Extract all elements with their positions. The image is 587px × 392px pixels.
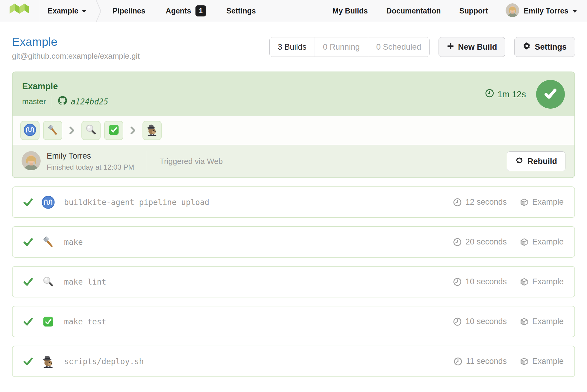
job-row-pipeline-upload[interactable]: buildkite-agent pipeline upload 12 secon…: [12, 186, 575, 218]
magnifying-glass-icon: [85, 124, 97, 137]
buildkite-logo[interactable]: [0, 0, 39, 22]
org-switcher[interactable]: Example: [39, 0, 95, 22]
step-make[interactable]: [43, 121, 62, 140]
job-meta: 12 seconds Example: [453, 197, 564, 207]
clock-icon: [454, 357, 462, 366]
job-passed-check-icon: [23, 197, 33, 207]
pipeline-header: Example git@github.com:example/example.g…: [12, 35, 575, 61]
squirrel-icon: [146, 124, 158, 137]
job-passed-check-icon: [23, 317, 33, 326]
job-passed-check-icon: [23, 277, 33, 287]
nav-support[interactable]: Support: [450, 7, 497, 15]
magnifying-glass-icon: [41, 276, 55, 288]
new-build-label: New Build: [458, 42, 497, 52]
check-box-icon: [108, 124, 119, 137]
step-make-test[interactable]: [104, 121, 123, 140]
user-menu[interactable]: Emily Torres: [506, 3, 577, 19]
step-separator-chevron-icon: [69, 127, 74, 134]
job-agent[interactable]: Example: [520, 317, 564, 326]
job-row-deploy[interactable]: scripts/deploy.sh 11 seconds Example: [12, 346, 575, 377]
clock-icon: [453, 317, 462, 326]
commit-link[interactable]: a124bd25: [58, 96, 108, 107]
tab-scheduled[interactable]: 0 Scheduled: [368, 37, 429, 57]
page-title[interactable]: Example: [12, 35, 140, 48]
nav-pipelines[interactable]: Pipelines: [102, 0, 156, 22]
tab-builds[interactable]: 3 Builds: [270, 37, 315, 57]
job-duration-text: 12 seconds: [465, 197, 507, 207]
buildkite-agent-icon: [24, 124, 36, 137]
check-box-icon: [41, 316, 55, 327]
new-build-button[interactable]: New Build: [439, 37, 506, 57]
nav-my-builds[interactable]: My Builds: [323, 7, 377, 15]
build-duration: 1m 12s: [485, 89, 526, 100]
job-agent[interactable]: Example: [520, 197, 564, 207]
nav-agents[interactable]: Agents 1: [156, 0, 216, 22]
build-meta: master a124bd25: [22, 96, 108, 107]
branch-name: master: [22, 97, 46, 106]
build-name: Example: [22, 81, 108, 91]
job-duration-text: 10 seconds: [465, 277, 507, 286]
breadcrumb-separator: [95, 0, 102, 22]
buildkite-logo-icon: [10, 3, 29, 19]
clock-icon: [485, 89, 494, 100]
plus-icon: [447, 42, 454, 52]
job-agent[interactable]: Example: [520, 237, 564, 247]
job-agent[interactable]: Example: [520, 277, 564, 286]
pipeline-settings-button[interactable]: Settings: [514, 37, 575, 57]
squirrel-icon: [41, 355, 55, 368]
job-row-make-lint[interactable]: make lint 10 seconds Example: [12, 266, 575, 297]
job-row-make[interactable]: make 20 seconds Example: [12, 226, 575, 258]
header-actions: 3 Builds 0 Running 0 Scheduled New Build…: [269, 37, 575, 57]
chevron-down-icon: [573, 10, 577, 13]
job-command: buildkite-agent pipeline upload: [64, 198, 209, 207]
step-deploy[interactable]: [142, 121, 162, 140]
page-content: Example git@github.com:example/example.g…: [0, 35, 587, 377]
job-passed-check-icon: [23, 357, 33, 366]
build-duration-text: 1m 12s: [497, 89, 526, 99]
job-duration-text: 11 seconds: [466, 357, 507, 366]
refresh-icon: [515, 156, 524, 167]
step-separator-chevron-icon: [131, 127, 135, 134]
job-row-make-test[interactable]: make test 10 seconds Example: [12, 306, 575, 337]
build-title-block: Example master a124bd25: [22, 81, 108, 107]
agents-count-badge: 1: [195, 5, 206, 16]
job-meta: 11 seconds Example: [454, 357, 564, 366]
cube-icon: [520, 357, 528, 366]
rebuild-label: Rebuild: [527, 157, 557, 166]
gear-icon: [523, 42, 531, 52]
creator-block: Emily Torres Finished today at 12:03 PM: [47, 151, 134, 171]
clock-icon: [453, 238, 462, 246]
nav-settings[interactable]: Settings: [216, 0, 266, 22]
job-duration: 10 seconds: [453, 317, 507, 326]
tab-running[interactable]: 0 Running: [315, 37, 368, 57]
step-buildkite-agent[interactable]: [20, 121, 40, 140]
rebuild-button[interactable]: Rebuild: [507, 151, 565, 171]
commit-sha: a124bd25: [71, 97, 108, 106]
build-state-tabs: 3 Builds 0 Running 0 Scheduled: [269, 37, 430, 57]
cube-icon: [520, 317, 528, 326]
step-make-lint[interactable]: [81, 121, 101, 140]
job-duration: 11 seconds: [454, 357, 507, 366]
github-icon: [58, 96, 67, 107]
pipeline-settings-label: Settings: [535, 42, 567, 52]
user-name: Emily Torres: [524, 7, 568, 15]
build-status-block: 1m 12s: [485, 80, 565, 109]
top-nav: Example Pipelines Agents 1 Settings My B…: [0, 0, 587, 22]
chevron-down-icon: [82, 10, 86, 13]
nav-documentation[interactable]: Documentation: [377, 7, 450, 15]
build-card: Example master a124bd25: [12, 72, 575, 178]
job-passed-check-icon: [23, 237, 33, 247]
job-agent-name: Example: [532, 317, 564, 326]
job-command: scripts/deploy.sh: [64, 357, 144, 366]
build-card-header[interactable]: Example master a124bd25: [13, 72, 574, 116]
job-command: make test: [64, 317, 106, 326]
job-duration: 12 seconds: [453, 197, 507, 207]
build-passed-badge: [536, 80, 565, 109]
job-agent-name: Example: [532, 197, 564, 207]
job-command: make lint: [64, 277, 106, 286]
job-duration: 20 seconds: [453, 237, 507, 247]
repo-url: git@github.com:example/example.git: [12, 51, 140, 61]
cube-icon: [520, 278, 528, 286]
rebuild-wrap: Rebuild: [507, 151, 565, 171]
job-agent[interactable]: Example: [520, 357, 564, 366]
